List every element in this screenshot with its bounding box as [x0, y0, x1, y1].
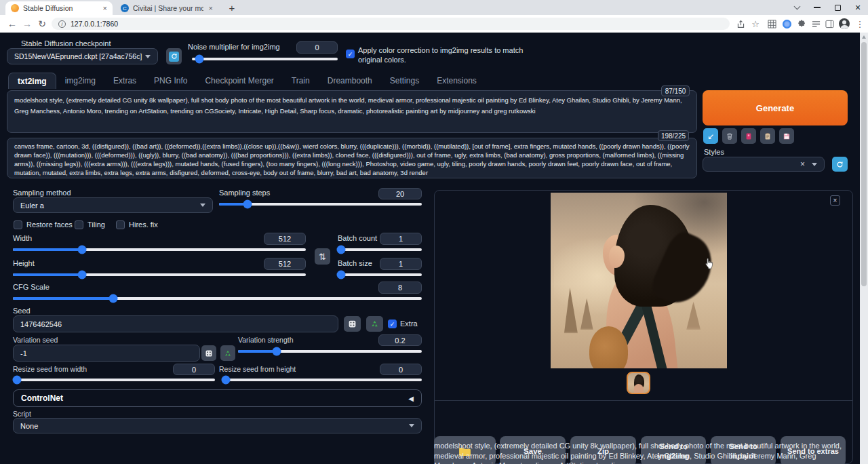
batch-size-slider[interactable]	[338, 273, 422, 276]
swap-dimensions-button[interactable]: ⇅	[315, 248, 330, 265]
noise-multiplier-value[interactable]: 0	[296, 41, 338, 54]
variation-strength-value[interactable]: 0.2	[378, 334, 422, 346]
browser-tab-civitai[interactable]: C Civitai | Share your models ×	[115, 1, 218, 15]
slider-knob[interactable]	[77, 271, 86, 279]
slider-knob[interactable]	[108, 294, 117, 303]
clear-prompt-button[interactable]	[722, 128, 737, 144]
scroll-up-arrow[interactable]	[862, 35, 866, 39]
slider-knob[interactable]	[272, 347, 281, 356]
slider-knob[interactable]	[195, 55, 203, 64]
window-minimize-button[interactable]	[807, 0, 827, 15]
width-value[interactable]: 512	[264, 233, 306, 245]
screen: Stable Diffusion × C Civitai | Share you…	[0, 0, 868, 464]
slider-knob[interactable]	[243, 200, 252, 209]
width-slider[interactable]	[13, 248, 306, 251]
generate-button[interactable]: Generate	[703, 90, 848, 125]
window-close-button[interactable]: ×	[848, 0, 868, 15]
reload-button[interactable]: ↻	[35, 17, 49, 31]
script-dropdown[interactable]: None	[13, 418, 422, 433]
checkpoint-dropdown[interactable]: SD15NewVAEpruned.ckpt [27a4ac756c]	[7, 48, 158, 64]
forward-button[interactable]: →	[20, 17, 34, 31]
tiling-checkbox[interactable]	[75, 220, 83, 229]
paste-params-button[interactable]: ↙	[703, 128, 718, 144]
new-tab-button[interactable]: +	[224, 0, 240, 15]
save-style-button[interactable]	[779, 128, 794, 144]
tab-png-info[interactable]: PNG Info	[145, 73, 196, 89]
hires-fix-checkbox[interactable]	[116, 220, 125, 229]
browser-tab-stable-diffusion[interactable]: Stable Diffusion ×	[5, 1, 113, 15]
sampling-steps-value[interactable]: 20	[378, 188, 422, 199]
slider-knob[interactable]	[222, 376, 231, 385]
styles-dropdown[interactable]: ×	[703, 157, 825, 172]
batch-count-value[interactable]: 1	[380, 233, 422, 245]
back-button[interactable]: ←	[5, 17, 19, 31]
page-scrollbar[interactable]	[860, 33, 868, 464]
height-value[interactable]: 512	[264, 258, 306, 270]
site-info-icon[interactable]: i	[58, 20, 66, 28]
extension-blue-button[interactable]	[780, 17, 793, 31]
tab-settings[interactable]: Settings	[381, 73, 428, 89]
extension-grid-button[interactable]	[765, 17, 778, 31]
slider-knob[interactable]	[336, 271, 345, 279]
resize-seed-height-value[interactable]: 0	[380, 364, 422, 375]
seed-input[interactable]: 1476462546	[13, 315, 338, 332]
extra-networks-button[interactable]	[741, 128, 756, 144]
refresh-checkpoints-button[interactable]	[166, 48, 182, 64]
share-button[interactable]	[734, 17, 747, 31]
bookmark-button[interactable]: ☆	[749, 17, 762, 31]
tab-txt2img[interactable]: txt2img	[8, 73, 56, 89]
clear-styles-icon[interactable]: ×	[800, 159, 805, 169]
tab-extensions[interactable]: Extensions	[428, 73, 486, 89]
gallery-divider	[435, 400, 852, 401]
prompt-textarea[interactable]: modelshoot style, (extremely detailed CG…	[7, 90, 697, 133]
browser-menu-button[interactable]: ⋮	[853, 17, 867, 31]
random-seed-button[interactable]	[344, 316, 361, 332]
cfg-scale-slider[interactable]	[13, 297, 422, 300]
gallery-thumbnail[interactable]	[627, 372, 650, 394]
controlnet-accordion[interactable]: ControlNet ◀	[13, 389, 422, 407]
slider-knob[interactable]	[77, 246, 86, 254]
window-maximize-button[interactable]	[827, 0, 848, 15]
variation-strength-slider[interactable]	[238, 350, 422, 353]
extra-seed-checkbox[interactable]: ✓	[388, 320, 397, 328]
noise-multiplier-slider[interactable]	[192, 58, 338, 60]
height-slider[interactable]	[13, 273, 306, 276]
restore-faces-checkbox[interactable]	[14, 220, 22, 229]
scrollbar-thumb[interactable]	[861, 42, 867, 286]
resize-seed-height-slider[interactable]	[223, 379, 422, 381]
sampling-steps-slider[interactable]	[219, 203, 422, 206]
tab-dreambooth[interactable]: Dreambooth	[319, 73, 381, 89]
refresh-styles-button[interactable]	[832, 157, 848, 172]
close-image-button[interactable]: ×	[830, 195, 840, 206]
tab-checkpoint-merger[interactable]: Checkpoint Merger	[196, 73, 282, 89]
side-panel-button[interactable]	[823, 17, 836, 31]
color-correction-checkbox[interactable]: ✓	[346, 50, 355, 58]
resize-seed-width-slider[interactable]	[13, 379, 215, 381]
script-value: None	[20, 422, 38, 430]
window-chevron-button[interactable]	[787, 0, 807, 15]
tab-img2img[interactable]: img2img	[56, 73, 104, 89]
address-bar[interactable]: i 127.0.0.1:7860	[52, 18, 730, 30]
extensions-button[interactable]	[795, 17, 808, 31]
slider-knob[interactable]	[336, 246, 345, 254]
tab-extras[interactable]: Extras	[104, 73, 145, 89]
random-variation-seed-button[interactable]	[201, 345, 216, 361]
apply-style-button[interactable]	[760, 128, 775, 144]
reuse-seed-button[interactable]	[366, 316, 383, 332]
card-icon	[745, 132, 753, 140]
reading-list-button[interactable]	[809, 17, 823, 31]
batch-size-value[interactable]: 1	[380, 258, 422, 270]
slider-knob[interactable]	[12, 376, 21, 385]
variation-seed-input[interactable]: -1	[13, 345, 200, 362]
negative-prompt-textarea[interactable]: canvas frame, cartoon, 3d, ((disfigured)…	[7, 138, 697, 178]
tab-close-icon[interactable]: ×	[103, 4, 107, 12]
batch-count-slider[interactable]	[338, 248, 422, 251]
cfg-scale-value[interactable]: 8	[378, 282, 422, 294]
tab-train[interactable]: Train	[283, 73, 319, 89]
resize-seed-width-value[interactable]: 0	[173, 364, 215, 375]
tab-close-icon[interactable]: ×	[209, 4, 213, 12]
generated-image[interactable]	[551, 193, 727, 368]
reuse-variation-seed-button[interactable]	[220, 345, 235, 361]
sampling-method-dropdown[interactable]: Euler a	[13, 197, 213, 213]
profile-button[interactable]	[837, 17, 851, 31]
